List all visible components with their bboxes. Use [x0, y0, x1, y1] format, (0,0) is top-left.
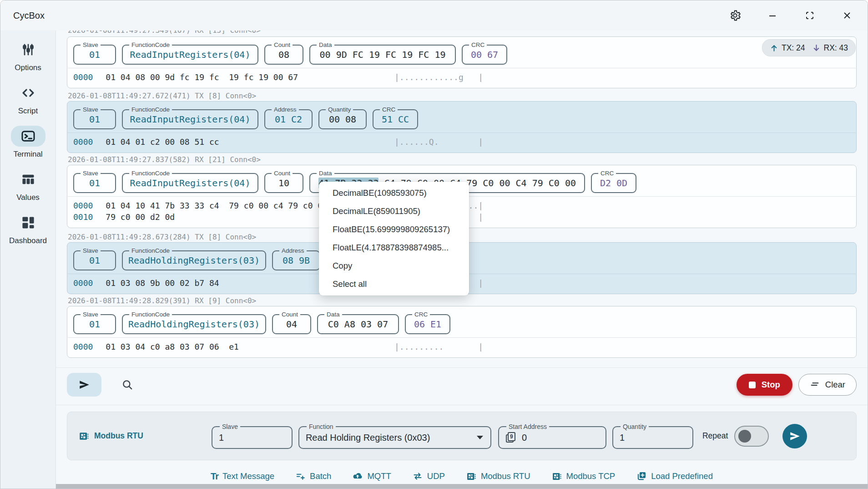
tx-stat: TX: 24: [770, 43, 805, 53]
hex-dump: 000001 03 04 c0 a8 03 07 06 e1|.........…: [67, 338, 856, 357]
terminal-icon: [21, 129, 35, 143]
modbus-chip-icon: [78, 431, 90, 442]
tab-modbus-rtu[interactable]: Modbus RTU: [466, 471, 530, 482]
load-predefined-icon: [636, 471, 647, 482]
composer-panel: Modbus RTU Slave 1 Function Read Holding…: [67, 412, 857, 460]
function-value: Read Holding Registers (0x03): [306, 430, 430, 445]
clear-button[interactable]: Clear: [798, 374, 857, 396]
sidebar-label-dashboard: Dashboard: [9, 236, 47, 245]
sidebar-item-values[interactable]: Values: [0, 167, 56, 210]
start-address-value: 0: [522, 430, 527, 445]
sidebar-item-dashboard[interactable]: Dashboard: [0, 210, 56, 253]
minimize-icon[interactable]: [766, 9, 779, 22]
sidebar-item-terminal[interactable]: Terminal: [0, 123, 56, 167]
sidebar: Options Script Terminal: [0, 31, 56, 489]
hex-dump: 000001 04 01 c2 00 08 51 cc|......Q. |: [67, 133, 856, 153]
sidebar-label-script: Script: [18, 107, 38, 116]
tab-modbus-tcp[interactable]: Modbus TCP: [551, 471, 616, 482]
slave-field: Slave01: [73, 41, 116, 65]
titlebar: CycBox: [0, 0, 868, 31]
terminal-active-pill: [11, 126, 45, 147]
slave-field: Slave01: [73, 106, 116, 129]
window-bottom-edge: [56, 484, 868, 489]
menu-item-float-le[interactable]: FloatLE(4.178878398874985...: [319, 239, 469, 257]
hex-dump: 000001 04 08 00 9d fc 19 fc 19 fc 19 00 …: [67, 68, 856, 88]
address-field: Address08 9B: [272, 247, 320, 270]
rx-frame-card: Slave01 FunctionCodeReadHoldingRegisters…: [67, 306, 857, 358]
hex-ascii: |......Q. |: [394, 136, 483, 148]
slave-input[interactable]: Slave 1: [212, 423, 293, 449]
send-icon: [789, 430, 801, 442]
sidebar-item-options[interactable]: Options: [0, 37, 56, 80]
menu-item-float-be[interactable]: FloatBE(15.699999809265137): [319, 220, 469, 239]
repeat-label: Repeat: [702, 431, 728, 441]
function-code-field: FunctionCodeReadInputRegisters(04): [122, 106, 258, 129]
function-select[interactable]: Function Read Holding Registers (0x03): [298, 423, 491, 449]
count-field: Count04: [272, 311, 311, 334]
clear-lines-icon: [810, 380, 820, 390]
menu-item-select-all[interactable]: Select all: [319, 275, 469, 293]
send-icon: [78, 379, 90, 391]
quantity-field: Quantity00 08: [318, 106, 367, 129]
sidebar-label-terminal: Terminal: [13, 150, 42, 159]
frame-fields: Slave01 FunctionCodeReadHoldingRegisters…: [67, 306, 856, 337]
terminal-toolbar: Stop Clear: [67, 371, 857, 398]
count-field: Count10: [264, 170, 303, 193]
send-request-button[interactable]: [782, 424, 807, 448]
batch-icon: [295, 471, 306, 482]
log-timestamp: 2026-01-08T11:49:27.672(471) TX [8] Conn…: [68, 92, 256, 100]
crc-field: CRC51 CC: [373, 106, 418, 129]
tab-text-message[interactable]: Tr Text Message: [211, 471, 274, 482]
slave-value: 1: [219, 430, 285, 445]
repeat-toggle[interactable]: [734, 426, 769, 447]
tx-frame-card: Slave01 FunctionCodeReadInputRegisters(0…: [67, 101, 857, 153]
dashboard-grid-icon: [21, 215, 35, 230]
toggle-knob: [738, 430, 751, 443]
tab-load-predefined[interactable]: Load Predefined: [636, 471, 713, 482]
function-code-field: FunctionCodeReadInputRegisters(04): [122, 170, 258, 193]
message-type-tabbar: Tr Text Message Batch MQTT UDP: [56, 467, 868, 486]
rx-frame-card: Slave01 FunctionCodeReadInputRegisters(0…: [67, 36, 857, 88]
titlebar-icons: [728, 9, 854, 22]
function-code-field: FunctionCodeReadInputRegisters(04): [122, 41, 258, 65]
swap-arrows-icon: [412, 471, 423, 482]
menu-item-decimal-be[interactable]: DecimalBE(1098593075): [319, 184, 469, 202]
tab-udp[interactable]: UDP: [412, 471, 445, 482]
tab-mqtt[interactable]: MQTT: [352, 471, 391, 482]
stop-button[interactable]: Stop: [737, 374, 792, 396]
quantity-input[interactable]: Quantity 1: [612, 423, 693, 449]
quick-send-button[interactable]: [67, 373, 101, 397]
data-field[interactable]: Data00 9D FC 19 FC 19 FC 19: [309, 41, 456, 65]
function-code-field: FunctionCodeReadHoldingRegisters(03): [122, 311, 266, 334]
count-field: Count08: [264, 41, 303, 65]
sidebar-item-script[interactable]: Script: [0, 80, 56, 123]
tab-batch[interactable]: Batch: [295, 471, 331, 482]
toolbar-composer-divider: [56, 405, 868, 405]
crc-field: CRC00 67: [462, 41, 507, 65]
tx-rx-stats-badge: TX: 24 RX: 43: [762, 39, 856, 56]
slave-field: Slave01: [73, 311, 116, 334]
address-format-icon[interactable]: 9: [505, 432, 516, 443]
menu-item-decimal-le[interactable]: DecimalLE(859011905): [319, 202, 469, 220]
start-address-input[interactable]: Start Address 9 0: [498, 423, 606, 449]
frame-fields: Slave01 FunctionCodeReadInputRegisters(0…: [67, 37, 856, 68]
slave-field: Slave01: [73, 247, 116, 270]
arrow-up-icon: [770, 44, 778, 52]
log-timestamp: 2026-01-08T11:49:27.349(107) RX [13] Con…: [68, 31, 261, 35]
modbus-chip-icon: [466, 471, 477, 482]
close-icon[interactable]: [840, 9, 854, 22]
sidebar-label-values: Values: [16, 193, 40, 202]
search-icon[interactable]: [121, 379, 133, 391]
protocol-indicator: Modbus RTU: [78, 431, 143, 442]
sidebar-label-options: Options: [15, 63, 41, 72]
maximize-icon[interactable]: [803, 9, 817, 22]
log-timestamp: 2026-01-08T11:49:28.829(391) RX [9] Conn…: [68, 296, 256, 305]
context-menu: DecimalBE(1098593075) DecimalLE(85901190…: [319, 182, 469, 295]
data-field[interactable]: DataC0 A8 03 07: [317, 311, 399, 334]
log-timestamp: 2026-01-08T11:49:27.837(582) RX [21] Con…: [68, 155, 261, 164]
tx-count: TX: 24: [782, 43, 805, 53]
menu-item-copy[interactable]: Copy: [319, 257, 469, 275]
chevron-down-icon: [477, 436, 483, 439]
settings-gear-icon[interactable]: [728, 9, 742, 22]
log-timestamp: 2026-01-08T11:49:28.673(284) TX [8] Conn…: [68, 233, 256, 241]
